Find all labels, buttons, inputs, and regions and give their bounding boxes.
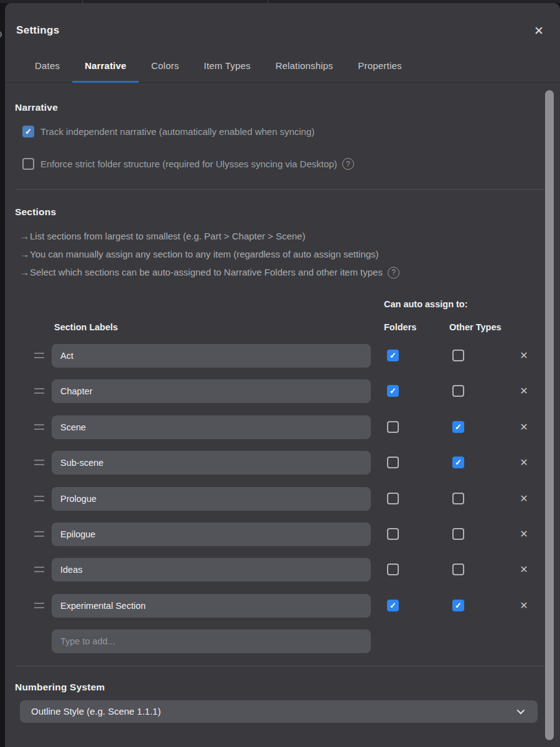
section-label-input-scene[interactable] (52, 415, 371, 439)
section-row-epilogue: ✕ (5, 522, 560, 546)
section-label-input-experimental-section[interactable] (52, 594, 371, 618)
folders-checkbox-scene[interactable] (387, 421, 399, 433)
section-divider (15, 666, 548, 666)
check-icon: ✓ (455, 458, 462, 466)
instruction-text: List sections from largest to smallest (… (30, 230, 306, 243)
arrow-right-icon: → (20, 248, 29, 261)
tab-bar: DatesNarrativeColorsItem TypesRelationsh… (5, 52, 560, 83)
drag-handle-icon[interactable] (34, 388, 44, 394)
section-label-input-epilogue[interactable] (52, 522, 371, 546)
column-header-other-types: Other Types (449, 322, 502, 333)
add-section-input[interactable] (52, 629, 371, 653)
sections-instructions: →List sections from largest to smallest … (5, 230, 560, 279)
other-types-checkbox-scene[interactable]: ✓ (452, 421, 464, 433)
table-group-header-row: Can auto assign to: (5, 299, 560, 310)
table-column-headers: Section Labels Folders Other Types (5, 322, 560, 333)
instruction-bullet: →Select which sections can be auto-assig… (20, 266, 560, 279)
section-labels-list: ✓✕✓✕✓✕✓✕✕✕✕✓✓✕ (5, 344, 560, 653)
option-row-track-independent: ✓Track independent narrative (automatica… (22, 126, 560, 137)
column-header-folders: Folders (384, 322, 416, 333)
check-icon: ✓ (390, 351, 396, 360)
arrow-right-icon: → (20, 230, 29, 243)
check-icon: ✓ (455, 601, 462, 610)
folders-checkbox-sub-scene[interactable] (387, 457, 399, 468)
tab-relationships[interactable]: Relationships (263, 52, 346, 82)
other-types-checkbox-act[interactable] (452, 350, 464, 361)
delete-row-icon[interactable]: ✕ (518, 492, 530, 506)
numbering-section-heading: Numbering System (15, 681, 560, 693)
section-row-experimental-section: ✓✓✕ (5, 594, 560, 618)
check-icon: ✓ (455, 423, 462, 431)
folders-checkbox-prologue[interactable] (387, 493, 399, 504)
check-icon: ✓ (390, 387, 396, 395)
chevron-down-icon (517, 706, 525, 714)
delete-row-icon[interactable]: ✕ (518, 599, 530, 613)
folders-checkbox-act[interactable]: ✓ (387, 350, 399, 361)
narrative-section-heading: Narrative (15, 101, 560, 113)
section-row-sub-scene: ✓✕ (5, 451, 560, 475)
tab-narrative[interactable]: Narrative (72, 52, 139, 82)
scrollbar-thumb[interactable] (545, 90, 554, 740)
tab-colors[interactable]: Colors (139, 52, 192, 82)
dialog-header: Settings ✕ (5, 3, 560, 37)
delete-row-icon[interactable]: ✕ (518, 349, 530, 363)
other-types-checkbox-chapter[interactable] (452, 385, 464, 397)
drag-handle-icon[interactable] (34, 460, 44, 465)
folders-checkbox-chapter[interactable]: ✓ (387, 385, 399, 397)
help-icon[interactable]: ? (342, 158, 354, 170)
section-label-input-prologue[interactable] (52, 487, 371, 511)
folders-checkbox-experimental-section[interactable]: ✓ (387, 600, 399, 611)
drag-handle-icon[interactable] (34, 496, 44, 501)
other-types-checkbox-ideas[interactable] (452, 564, 464, 575)
delete-row-icon[interactable]: ✕ (518, 563, 530, 577)
numbering-style-select[interactable]: Outline Style (e.g. Scene 1.1.1) (20, 700, 538, 723)
drag-handle-icon[interactable] (34, 353, 44, 358)
add-section-row (5, 629, 560, 653)
section-row-ideas: ✕ (5, 558, 560, 582)
help-icon[interactable]: ? (388, 267, 399, 279)
delete-row-icon[interactable]: ✕ (518, 456, 530, 470)
delete-row-icon[interactable]: ✕ (518, 420, 530, 434)
option-label: Enforce strict folder structure (require… (40, 158, 337, 170)
tab-properties[interactable]: Properties (345, 52, 414, 82)
dialog-content: Narrative ✓Track independent narrative (… (5, 101, 560, 723)
close-icon[interactable]: ✕ (531, 24, 546, 39)
section-label-input-act[interactable] (52, 344, 371, 368)
instruction-bullet: →List sections from largest to smallest … (20, 230, 560, 243)
other-types-checkbox-sub-scene[interactable]: ✓ (452, 457, 464, 468)
section-label-input-ideas[interactable] (52, 558, 371, 582)
enforce-strict-folde-checkbox[interactable] (22, 158, 34, 170)
can-auto-assign-header: Can auto assign to: (384, 299, 468, 310)
section-row-act: ✓✕ (5, 344, 560, 368)
other-types-checkbox-experimental-section[interactable]: ✓ (452, 600, 464, 611)
check-icon: ✓ (25, 128, 32, 136)
delete-row-icon[interactable]: ✕ (518, 527, 530, 541)
other-types-checkbox-epilogue[interactable] (452, 528, 464, 540)
section-label-input-chapter[interactable] (52, 379, 371, 403)
option-row-enforce-strict: Enforce strict folder structure (require… (22, 158, 560, 170)
drag-handle-icon[interactable] (34, 531, 44, 537)
delete-row-icon[interactable]: ✕ (518, 384, 530, 398)
numbering-style-selected-value: Outline Style (e.g. Scene 1.1.1) (31, 706, 161, 717)
tab-item-types[interactable]: Item Types (192, 52, 263, 82)
settings-dialog: Settings ✕ DatesNarrativeColorsItem Type… (5, 3, 560, 747)
narrative-options: ✓Track independent narrative (automatica… (5, 126, 560, 170)
drag-handle-icon[interactable] (34, 424, 44, 430)
drag-handle-icon[interactable] (34, 567, 44, 572)
instruction-text: Select which sections can be auto-assign… (30, 266, 383, 279)
tab-dates[interactable]: Dates (22, 52, 72, 82)
other-types-checkbox-prologue[interactable] (452, 493, 464, 504)
track-independent-na-checkbox[interactable]: ✓ (22, 126, 34, 137)
section-label-input-sub-scene[interactable] (52, 451, 371, 475)
column-header-section-labels: Section Labels (54, 322, 118, 333)
sections-section-heading: Sections (15, 206, 560, 218)
instruction-bullet: →You can manually assign any section to … (20, 248, 560, 261)
folders-checkbox-ideas[interactable] (387, 564, 399, 575)
drag-handle-icon[interactable] (34, 603, 44, 608)
section-divider (15, 189, 548, 190)
arrow-right-icon: → (20, 266, 29, 279)
option-label: Track independent narrative (automatical… (40, 126, 315, 137)
folders-checkbox-epilogue[interactable] (387, 528, 399, 540)
section-row-prologue: ✕ (5, 487, 560, 511)
background-clipped-text: 9 (0, 30, 2, 39)
